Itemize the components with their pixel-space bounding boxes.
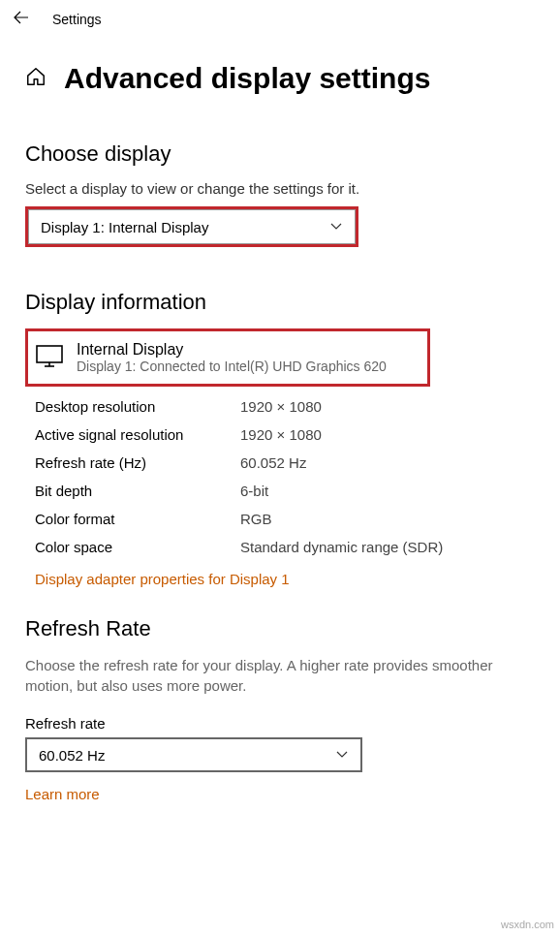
display-card-text: Internal Display Display 1: Connected to… xyxy=(77,341,387,374)
svg-rect-0 xyxy=(37,346,62,362)
choose-display-dropdown[interactable]: Display 1: Internal Display xyxy=(28,209,356,244)
desktop-resolution-value: 1920 × 1080 xyxy=(240,398,535,415)
refresh-rate-field-label: Refresh rate xyxy=(25,715,535,732)
desktop-resolution-label: Desktop resolution xyxy=(35,398,240,415)
color-format-value: RGB xyxy=(240,511,535,527)
color-format-label: Color format xyxy=(35,511,240,527)
active-resolution-label: Active signal resolution xyxy=(35,426,240,443)
page-header: Advanced display settings xyxy=(0,39,560,114)
learn-more-link[interactable]: Learn more xyxy=(25,786,535,802)
back-arrow-icon[interactable] xyxy=(14,10,29,29)
content-area: Choose display Select a display to view … xyxy=(0,141,560,802)
display-card-title: Internal Display xyxy=(77,341,387,359)
choose-display-highlight: Display 1: Internal Display xyxy=(25,206,358,247)
display-adapter-link[interactable]: Display adapter properties for Display 1 xyxy=(35,571,535,587)
active-resolution-value: 1920 × 1080 xyxy=(240,426,535,443)
page-title: Advanced display settings xyxy=(64,62,430,95)
chevron-down-icon xyxy=(335,747,349,764)
refresh-rate-value: 60.052 Hz xyxy=(240,454,535,471)
refresh-rate-helper: Choose the refresh rate for your display… xyxy=(25,655,535,696)
chevron-down-icon xyxy=(329,219,343,235)
choose-display-selected: Display 1: Internal Display xyxy=(41,219,208,235)
top-bar-title: Settings xyxy=(52,12,102,27)
watermark: wsxdn.com xyxy=(501,919,554,930)
refresh-rate-dropdown[interactable]: 60.052 Hz xyxy=(25,737,362,772)
display-info-heading: Display information xyxy=(25,290,535,315)
choose-display-helper: Select a display to view or change the s… xyxy=(25,180,535,197)
color-space-label: Color space xyxy=(35,539,240,555)
bit-depth-value: 6-bit xyxy=(240,483,535,499)
monitor-icon xyxy=(36,344,63,371)
refresh-rate-label: Refresh rate (Hz) xyxy=(35,454,240,471)
choose-display-heading: Choose display xyxy=(25,141,535,167)
display-info-table: Desktop resolution 1920 × 1080 Active si… xyxy=(35,398,535,555)
home-icon[interactable] xyxy=(25,66,47,91)
refresh-rate-heading: Refresh Rate xyxy=(25,616,535,641)
refresh-rate-selected: 60.052 Hz xyxy=(39,747,105,764)
bit-depth-label: Bit depth xyxy=(35,483,240,499)
color-space-value: Standard dynamic range (SDR) xyxy=(240,539,535,555)
display-card-highlight: Internal Display Display 1: Connected to… xyxy=(25,328,430,387)
display-card-sub: Display 1: Connected to Intel(R) UHD Gra… xyxy=(77,359,387,374)
top-bar: Settings xyxy=(0,0,560,39)
